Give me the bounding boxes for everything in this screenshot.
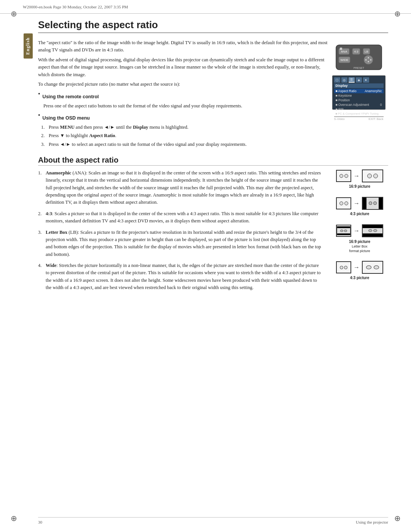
diagram-3: → 16:9 picture Letter Boxformat picture [336, 224, 383, 253]
diagram-3-pics: → [336, 224, 383, 237]
arrow-4: → [354, 264, 360, 271]
intro-p1: The "aspect ratio" is the ratio of the i… [38, 39, 329, 54]
osd-menu-row-2: ■ Keystone [334, 93, 384, 98]
diagram-4-label: 4:3 picture [350, 276, 370, 280]
svg-rect-3 [340, 48, 342, 50]
diagram-2: → 4:3 picture [336, 197, 383, 216]
page-title: Selecting the aspect ratio [38, 19, 388, 33]
intro-text-block: The "aspect ratio" is the ratio of the i… [38, 39, 329, 150]
aspect-item-3: 3. Letter Box (LB): Scales a picture to … [38, 229, 323, 259]
corner-decoration-br: ⊕ [390, 511, 404, 525]
footer-text: Using the projector [356, 520, 388, 524]
intro-section: The "aspect ratio" is the ratio of the i… [38, 39, 388, 150]
step-1: 1. Press MENU and then press ◄/► until t… [41, 124, 329, 131]
bullet-dot-2: • [38, 112, 40, 118]
osd-menu-row-4: ■ Overscan Adjustment 0 [334, 102, 384, 107]
aspect-item-1: 1. Anamorphic (ANA): Scales an image so … [38, 169, 323, 206]
osd-menu-row-3: ■ Position [334, 98, 384, 102]
osd-icon-1: ⬡ [334, 77, 340, 83]
svg-text:▼: ▼ [367, 61, 370, 63]
main-content: Selecting the aspect ratio The "aspect r… [38, 19, 388, 509]
source-box-1 [336, 170, 351, 182]
bullet1-title: Using the remote control [43, 94, 99, 99]
svg-text:PRESET: PRESET [353, 67, 364, 69]
bullet2: • Using the OSD menu 1. Press MENU and t… [38, 112, 329, 148]
remote-svg: ANA 4:3 LB WIDE ▲ ▼ ◄ ► [334, 43, 384, 72]
svg-text:▲: ▲ [367, 56, 370, 59]
arrow-2: → [354, 200, 360, 207]
header-bar: W20000-en.book Page 30 Monday, October 2… [0, 0, 411, 14]
source-box-2 [336, 197, 351, 209]
bullet1-text: Press one of the aspect ratio buttons to… [43, 102, 329, 110]
footer-page-num: 30 [38, 520, 42, 524]
output-box-2 [362, 197, 383, 210]
aspect-item-4: 4. Wide: Stretches the picture horizonta… [38, 262, 323, 292]
svg-text:WIDE: WIDE [340, 58, 348, 62]
svg-text:◄: ◄ [365, 59, 367, 61]
diagram-2-label: 4:3 picture [350, 212, 370, 216]
svg-text:4:3: 4:3 [354, 50, 358, 53]
diagram-1: → 16:9 picture [336, 169, 383, 189]
osd-menu-row-5: ■ PIP [334, 107, 384, 112]
corner-decoration-bl: ⊕ [7, 511, 21, 525]
page-footer: 30 Using the projector [38, 517, 388, 524]
output-box-4 [362, 261, 383, 274]
step-3: 3. Press ◄/► to select an aspect ratio t… [41, 141, 329, 148]
osd-menu-footer: S-Video EXIT: Back [334, 117, 384, 121]
diagram-3-label: 16:9 picture [349, 239, 370, 244]
output-box-3 [362, 224, 383, 237]
aspect-item-2: 2. 4:3: Scales a picture so that it is d… [38, 210, 323, 225]
about-layout: 1. Anamorphic (ANA): Scales an image so … [38, 169, 388, 296]
osd-icon-4: ◈ [356, 77, 362, 83]
remote-control-image: ANA 4:3 LB WIDE ▲ ▼ ◄ ► [334, 43, 384, 73]
header-text: W20000-en.book Page 30 Monday, October 2… [23, 5, 128, 9]
diagram-4-pics: → [336, 261, 383, 274]
diagram-1-label: 16:9 picture [349, 184, 370, 189]
osd-icon-3: ☰ [349, 77, 355, 83]
intro-p2: With the advent of digital signal proces… [38, 56, 329, 78]
about-diagrams: → 16:9 picture [331, 169, 388, 296]
language-tab: English [24, 34, 33, 59]
osd-icon-row: ⬡ ◎ ☰ ◈ ✦ [334, 77, 384, 83]
svg-text:ANA: ANA [341, 50, 347, 53]
right-visuals: ANA 4:3 LB WIDE ▲ ▼ ◄ ► [329, 39, 388, 150]
source-box-4 [336, 261, 351, 273]
source-box-3 [336, 225, 351, 237]
osd-menu-row-6: ■ PC & Component YPbPr Tuning [334, 112, 384, 116]
svg-text:LB: LB [365, 50, 368, 53]
about-section: About the aspect ratio 1. Anamorphic (AN… [38, 156, 388, 296]
bullet2-title: Using the OSD menu [43, 115, 90, 121]
bullet-dot-1: • [38, 91, 40, 97]
arrow-1: → [354, 173, 360, 179]
osd-icon-2: ◎ [341, 77, 347, 83]
intro-p3: To change the projected picture ratio (n… [38, 81, 329, 88]
bullet1: • Using the remote control Press one of … [38, 91, 329, 110]
diagram-4: → 4:3 picture [336, 261, 383, 280]
diagram-2-pics: → [336, 197, 383, 210]
about-text: 1. Anamorphic (ANA): Scales an image so … [38, 169, 323, 296]
diagram-3-sublabel: Letter Boxformat picture [349, 244, 370, 253]
osd-menu-screenshot: ⬡ ◎ ☰ ◈ ✦ Display ■ Aspect Ratio Anamorp… [332, 75, 386, 110]
osd-icon-5: ✦ [363, 77, 369, 83]
osd-menu-row-1: ■ Aspect Ratio Anamorphic [334, 89, 384, 93]
svg-text:►: ► [370, 59, 372, 61]
step-2: 2. Press ▼ to highlight Aspect Ratio. [41, 132, 329, 139]
output-box-1 [362, 169, 383, 182]
osd-menu-title: Display [334, 83, 384, 88]
arrow-3: → [354, 227, 360, 234]
about-title: About the aspect ratio [38, 156, 388, 166]
diagram-1-pics: → [336, 169, 383, 182]
step-list: 1. Press MENU and then press ◄/► until t… [41, 124, 329, 148]
